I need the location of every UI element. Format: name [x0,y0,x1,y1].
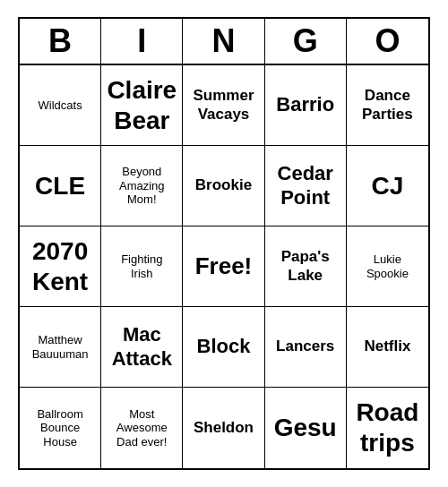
cell-label: Ballroom Bounce House [37,407,82,449]
bingo-cell: Ballroom Bounce House [20,388,101,468]
bingo-cell: Mac Attack [101,307,183,388]
bingo-cell: Lancers [265,307,347,388]
header-letter: G [265,19,347,64]
bingo-grid: WildcatsClaire BearSummer VacaysBarrioDa… [20,65,428,468]
bingo-cell: Netflix [347,307,428,388]
header-letter: N [183,19,264,64]
bingo-cell: Fighting Irish [101,226,183,307]
cell-label: Free! [195,252,253,280]
cell-label: Claire Bear [107,75,177,135]
bingo-cell: Gesu [265,388,347,468]
bingo-card: BINGO WildcatsClaire BearSummer VacaysBa… [18,17,430,470]
cell-label: Brookie [195,176,252,194]
cell-label: Barrio [276,93,334,116]
cell-label: Summer Vacays [193,87,254,124]
cell-label: Road trips [356,397,418,457]
cell-label: Block [197,335,251,358]
bingo-cell: Papa's Lake [265,226,347,307]
header-letter: I [101,19,183,64]
bingo-cell: Claire Bear [101,65,183,146]
cell-label: Gesu [274,413,337,443]
cell-label: Lancers [276,337,334,355]
bingo-header: BINGO [20,19,428,65]
cell-label: 2070 Kent [32,236,88,296]
cell-label: Matthew Bauuuman [32,333,89,361]
bingo-cell: 2070 Kent [20,226,101,307]
bingo-cell: Matthew Bauuuman [20,307,101,388]
bingo-cell: CLE [20,146,101,226]
cell-label: Fighting Irish [121,252,162,280]
bingo-cell: Most Awesome Dad ever! [101,388,183,468]
cell-label: Papa's Lake [281,248,330,285]
bingo-cell: Free! [183,226,264,307]
bingo-cell: Lukie Spookie [347,226,428,307]
cell-label: Netflix [364,337,410,355]
bingo-cell: Beyond Amazing Mom! [101,146,183,226]
cell-label: Sheldon [194,419,254,437]
cell-label: Lukie Spookie [366,252,409,280]
bingo-cell: Dance Parties [347,65,428,146]
bingo-cell: Wildcats [20,65,101,146]
bingo-cell: Cedar Point [265,146,347,226]
cell-label: Beyond Amazing Mom! [119,165,165,207]
bingo-cell: Summer Vacays [183,65,264,146]
bingo-cell: Brookie [183,146,264,226]
cell-label: Cedar Point [278,162,333,209]
cell-label: CLE [35,171,85,201]
header-letter: O [347,19,428,64]
bingo-cell: Road trips [347,388,428,468]
cell-label: Most Awesome Dad ever! [116,407,168,449]
bingo-cell: Sheldon [183,388,264,468]
bingo-cell: Barrio [265,65,347,146]
cell-label: CJ [371,171,403,201]
cell-label: Mac Attack [112,323,172,371]
cell-label: Dance Parties [362,87,413,124]
bingo-cell: Block [183,307,264,388]
bingo-cell: CJ [347,146,428,226]
header-letter: B [20,19,101,64]
cell-label: Wildcats [39,98,82,113]
